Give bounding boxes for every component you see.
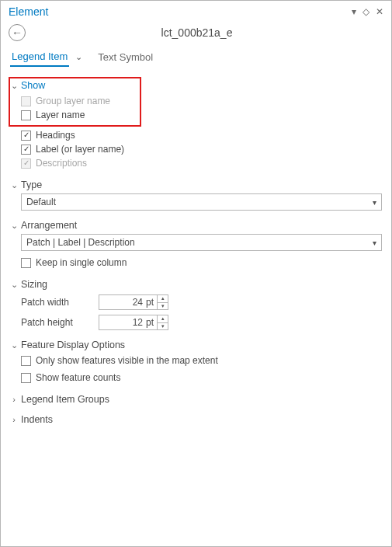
- label-headings: Headings: [36, 130, 75, 141]
- unit-label: pt: [146, 295, 157, 309]
- section-sizing-title: Sizing: [21, 279, 47, 290]
- checkbox-show-counts[interactable]: [21, 373, 31, 383]
- back-button[interactable]: ←: [9, 24, 26, 41]
- chevron-down-icon: ⌄: [10, 180, 18, 190]
- document-title: lct_000b21a_e: [26, 26, 368, 39]
- checkbox-label-or-layer-name[interactable]: ✓: [21, 145, 31, 155]
- tab-dropdown-icon[interactable]: ⌄: [75, 52, 82, 62]
- chevron-down-icon: ⌄: [10, 280, 18, 290]
- label-show-counts: Show feature counts: [36, 372, 120, 383]
- section-arrangement-title: Arrangement: [21, 220, 77, 231]
- label-layer-name: Layer name: [36, 110, 85, 120]
- patch-height-input[interactable]: [99, 315, 146, 329]
- spin-down-icon[interactable]: ▾: [158, 303, 168, 310]
- section-show-header[interactable]: ⌄ Show: [10, 80, 137, 91]
- chevron-down-icon: ▾: [373, 239, 376, 247]
- chevron-down-icon: ⌄: [10, 340, 18, 350]
- close-icon[interactable]: ✕: [376, 7, 383, 16]
- section-type-header[interactable]: ⌄ Type: [10, 179, 382, 190]
- checkbox-keep-single-column[interactable]: [21, 258, 31, 268]
- checkbox-headings[interactable]: ✓: [21, 131, 31, 141]
- checkbox-only-visible[interactable]: [21, 356, 31, 366]
- arrangement-select-value: Patch | Label | Description: [26, 237, 135, 248]
- chevron-right-icon: ›: [10, 415, 18, 424]
- label-descriptions: Descriptions: [36, 158, 87, 169]
- chevron-down-icon: ▾: [373, 198, 376, 207]
- section-type-title: Type: [21, 179, 42, 190]
- section-legend-item-groups-header[interactable]: › Legend Item Groups: [10, 394, 382, 405]
- section-feature-display-title: Feature Display Options: [21, 340, 125, 350]
- patch-height-stepper[interactable]: pt ▴ ▾: [99, 315, 168, 330]
- label-group-layer-name: Group layer name: [36, 96, 110, 106]
- label-only-visible: Only show features visible in the map ex…: [36, 355, 218, 366]
- patch-width-stepper[interactable]: pt ▴ ▾: [99, 294, 168, 310]
- type-select-value: Default: [26, 197, 56, 207]
- label-label-or-layer-name: Label (or layer name): [36, 144, 124, 155]
- section-sizing-header[interactable]: ⌄ Sizing: [10, 279, 382, 290]
- unit-label: pt: [146, 315, 157, 329]
- highlight-show-section: ⌄ Show Group layer name Layer name: [9, 77, 141, 127]
- section-legend-item-groups-title: Legend Item Groups: [21, 394, 109, 405]
- type-select[interactable]: Default ▾: [21, 193, 382, 211]
- section-show-title: Show: [21, 80, 45, 91]
- dropdown-icon[interactable]: ▾: [352, 7, 356, 16]
- section-feature-display-header[interactable]: ⌄ Feature Display Options: [10, 340, 382, 350]
- label-patch-height: Patch height: [21, 317, 91, 328]
- panel-header: Element ▾ ◇ ✕: [7, 4, 385, 21]
- spin-up-icon[interactable]: ▴: [158, 315, 168, 323]
- chevron-down-icon: ⌄: [10, 81, 18, 91]
- label-keep-single-column: Keep in single column: [36, 257, 127, 268]
- checkbox-group-layer-name: [21, 96, 31, 106]
- chevron-down-icon: ⌄: [10, 221, 18, 231]
- tab-legend-item[interactable]: Legend Item: [10, 47, 69, 67]
- label-patch-width: Patch width: [21, 297, 91, 308]
- section-indents-title: Indents: [21, 414, 53, 425]
- patch-width-input[interactable]: [99, 295, 146, 309]
- tab-text-symbol[interactable]: Text Symbol: [96, 48, 154, 66]
- checkbox-descriptions: ✓: [21, 159, 31, 169]
- tab-bar: Legend Item ⌄ Text Symbol: [7, 46, 385, 68]
- section-arrangement-header[interactable]: ⌄ Arrangement: [10, 220, 382, 231]
- chevron-right-icon: ›: [10, 395, 18, 404]
- checkbox-layer-name[interactable]: [21, 110, 31, 120]
- section-indents-header[interactable]: › Indents: [10, 414, 382, 425]
- panel-title: Element: [9, 5, 48, 18]
- arrangement-select[interactable]: Patch | Label | Description ▾: [21, 234, 382, 251]
- pin-icon[interactable]: ◇: [363, 7, 369, 16]
- spin-up-icon[interactable]: ▴: [158, 295, 168, 303]
- spin-down-icon[interactable]: ▾: [158, 323, 168, 330]
